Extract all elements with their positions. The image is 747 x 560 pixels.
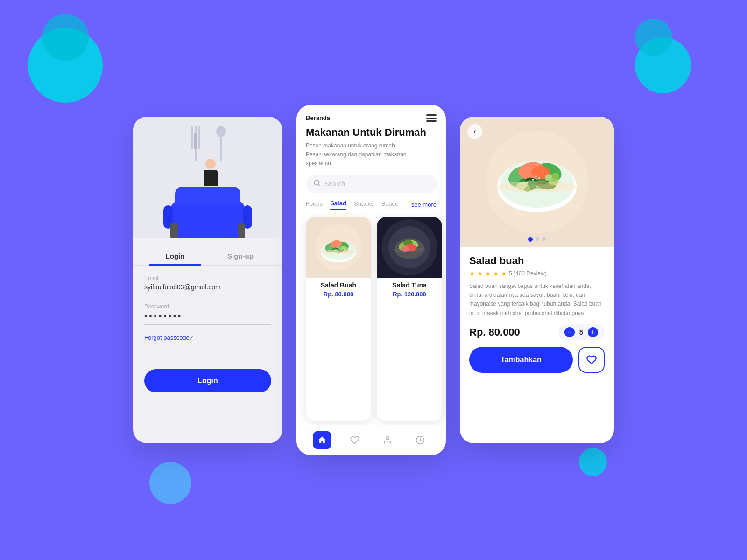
- food-card-salad-tuna[interactable]: Salad Tuna Rp. 120.000: [377, 217, 442, 421]
- person-head: [205, 159, 216, 169]
- nav-favorites[interactable]: [345, 431, 364, 449]
- bottom-nav: [296, 425, 446, 455]
- food-cards-list: Salad Buah Rp. 80.000: [296, 213, 446, 425]
- person-illustration: [204, 159, 218, 186]
- search-bar[interactable]: Search: [306, 175, 437, 193]
- home-header-title: Beranda: [306, 114, 330, 121]
- detail-content: Salad buah ★ ★ ★ ★ ★ 5 (400 Review) Sala…: [460, 247, 614, 443]
- salt-shakers: [170, 223, 245, 238]
- add-to-cart-button[interactable]: Tambahkan: [469, 347, 573, 373]
- bg-decoration-circle-2: [42, 14, 89, 61]
- food-card-salad-buah[interactable]: Salad Buah Rp. 80.000: [306, 217, 371, 421]
- bg-decoration-circle-5: [149, 462, 191, 504]
- svg-rect-0: [191, 126, 193, 149]
- password-label: Password: [144, 303, 271, 310]
- screens-container: Login Sign-up Email syifaulfuadi03@gmail…: [133, 105, 614, 455]
- dot-3: [542, 237, 546, 241]
- increase-qty-button[interactable]: +: [588, 327, 598, 337]
- login-form: Email syifaulfuadi03@gmail.com Password …: [133, 266, 282, 443]
- home-screen: Beranda Makanan Untuk Dirumah Pesan maka…: [296, 105, 446, 455]
- decrease-qty-button[interactable]: −: [564, 327, 575, 337]
- svg-line-8: [318, 185, 320, 186]
- sofa-illustration: [170, 201, 245, 238]
- favorite-button[interactable]: [578, 347, 605, 373]
- star-1: ★: [469, 270, 475, 277]
- login-screen: Login Sign-up Email syifaulfuadi03@gmail…: [133, 117, 282, 443]
- detail-salad-svg: [481, 126, 593, 238]
- quantity-value: 5: [579, 328, 583, 336]
- bg-decoration-circle-4: [635, 19, 672, 56]
- see-more-link[interactable]: see more: [411, 201, 437, 208]
- svg-point-45: [538, 177, 540, 179]
- heart-icon: [586, 355, 597, 365]
- hamburger-line-3: [426, 120, 437, 122]
- product-price: Rp. 80.000: [469, 326, 520, 338]
- nav-profile[interactable]: [378, 431, 397, 449]
- svg-point-27: [386, 437, 389, 440]
- star-4: ★: [493, 270, 499, 277]
- email-value[interactable]: syifaulfuadi03@gmail.com: [144, 283, 271, 294]
- salad-tuna-image: [377, 217, 442, 278]
- hero-title: Makanan Untuk Dirumah: [296, 126, 446, 141]
- salad-buah-name: Salad Buah: [306, 281, 371, 289]
- subtitle-line-3: spesialmu: [306, 160, 331, 167]
- email-label: Email: [144, 275, 271, 281]
- image-dots: [528, 237, 546, 242]
- person-body: [204, 170, 218, 186]
- detail-food-image: [460, 117, 614, 247]
- sofa-back: [175, 187, 240, 205]
- star-5: ★: [501, 270, 507, 277]
- svg-point-44: [535, 175, 537, 177]
- detail-screen: ‹: [460, 117, 614, 443]
- svg-rect-4: [195, 149, 197, 161]
- product-description: Salad buah sangat bagus untuk kesehatan …: [469, 282, 605, 318]
- cutlery-decoration: [188, 126, 227, 163]
- category-salad[interactable]: Salad: [330, 200, 346, 210]
- category-snacks[interactable]: Snacks: [354, 200, 374, 209]
- hamburger-line-1: [426, 114, 437, 116]
- category-tabs: Foods Salad Snacks Sauce see more: [296, 200, 446, 210]
- password-value[interactable]: ••••••••: [144, 312, 271, 325]
- svg-point-47: [497, 181, 577, 192]
- password-field: Password ••••••••: [144, 303, 271, 325]
- category-foods[interactable]: Foods: [306, 200, 323, 209]
- svg-rect-3: [194, 133, 197, 149]
- star-2: ★: [477, 270, 483, 277]
- login-illustration: [133, 117, 282, 238]
- tab-signup[interactable]: Sign-up: [208, 247, 273, 265]
- salt-shaker-right: [238, 223, 245, 238]
- svg-point-17: [321, 250, 356, 254]
- nav-orders[interactable]: [411, 431, 430, 449]
- back-button[interactable]: ‹: [467, 124, 482, 139]
- subtitle-line-1: Pesan makanan untuk orang rumah: [306, 142, 395, 149]
- tab-login[interactable]: Login: [142, 247, 208, 265]
- salad-buah-svg: [313, 222, 364, 273]
- hamburger-menu[interactable]: [426, 114, 437, 122]
- svg-point-46: [532, 179, 534, 181]
- dot-2: [536, 237, 539, 241]
- login-button[interactable]: Login: [144, 369, 271, 392]
- category-sauce[interactable]: Sauce: [381, 200, 398, 209]
- search-placeholder: Search: [324, 180, 345, 188]
- fork-icon: [188, 126, 205, 163]
- salt-shaker-left: [170, 223, 178, 238]
- detail-hero-image: ‹: [460, 117, 614, 247]
- action-buttons: Tambahkan: [469, 347, 605, 373]
- salad-tuna-svg: [379, 217, 440, 278]
- salad-buah-image: [306, 217, 371, 278]
- svg-point-26: [401, 246, 409, 252]
- search-icon: [313, 179, 321, 189]
- forgot-passcode-link[interactable]: Forgot passcode?: [144, 334, 271, 341]
- quantity-control: − 5 +: [558, 324, 605, 340]
- product-name: Salad buah: [469, 255, 605, 267]
- salad-tuna-price: Rp. 120.000: [377, 291, 442, 298]
- subtitle-line-2: Pesan sekarang dan dapatkan makanan: [306, 151, 407, 158]
- home-header: Beranda: [296, 105, 446, 126]
- svg-rect-6: [220, 135, 222, 161]
- rating-row: ★ ★ ★ ★ ★ 5 (400 Review): [469, 270, 605, 277]
- login-tabs: Login Sign-up: [133, 247, 282, 266]
- nav-home[interactable]: [313, 431, 331, 449]
- review-count: 5 (400 Review): [509, 270, 547, 277]
- price-qty-row: Rp. 80.000 − 5 +: [469, 324, 605, 340]
- dot-1: [528, 237, 533, 242]
